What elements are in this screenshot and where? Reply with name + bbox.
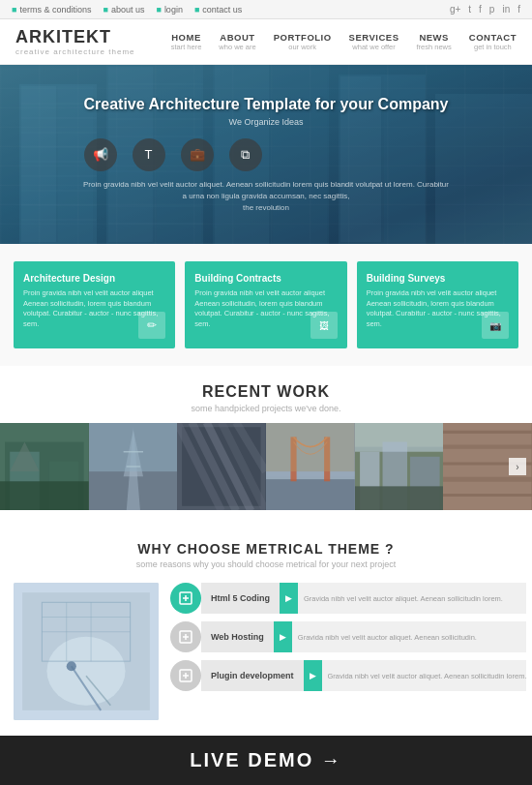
svg-point-81 xyxy=(67,661,76,671)
nav-services[interactable]: SERVICES what we offer xyxy=(349,32,399,51)
nav-news[interactable]: NEWS fresh news xyxy=(416,32,451,51)
why-item-0: Html 5 Coding ▶ Gravida nibh vel velit a… xyxy=(170,583,526,614)
logo: ARKITEKT creative architecture theme xyxy=(15,27,135,56)
portfolio-item-3[interactable] xyxy=(177,423,266,510)
svg-point-74 xyxy=(46,637,125,706)
logo-subtitle: creative architecture theme xyxy=(15,47,135,56)
why-item-bar-text-1: Gravida nibh vel velit auctor aliquet. A… xyxy=(298,633,477,642)
about-link[interactable]: ■ about us xyxy=(103,5,144,15)
nav-about[interactable]: ABOUT who we are xyxy=(219,32,255,51)
feature-title-0: Architecture Design xyxy=(23,273,165,284)
why-item-bar-2: Gravida nibh vel velit auctor aliquet. A… xyxy=(322,660,527,691)
why-item-1: Web Hosting ▶ Gravida nibh vel velit auc… xyxy=(170,621,526,652)
why-content: Html 5 Coding ▶ Gravida nibh vel velit a… xyxy=(14,583,518,720)
feature-title-2: Building Surveys xyxy=(367,273,509,284)
why-item-bar-0: Gravida nibh vel velit auctor aliquet. A… xyxy=(298,583,526,614)
nav-contact[interactable]: CONTACT get in touch xyxy=(469,32,517,51)
svg-rect-64 xyxy=(355,423,444,452)
portfolio-item-2[interactable] xyxy=(89,423,178,510)
portfolio-item-5[interactable] xyxy=(355,423,444,510)
why-title: WHY CHOOSE METRICAL THEME ? xyxy=(14,541,518,557)
why-sub: some reasons why you should choose metri… xyxy=(14,559,518,569)
svg-rect-53 xyxy=(266,471,355,479)
hero-subtitle: We Organize Ideas xyxy=(84,117,449,127)
why-item-arrow-0: ▶ xyxy=(280,583,298,614)
why-item-content-0: Html 5 Coding ▶ Gravida nibh vel velit a… xyxy=(201,583,526,614)
hero-copy-icon[interactable]: ⧉ xyxy=(229,138,262,171)
google-plus-icon[interactable]: g+ xyxy=(450,4,460,15)
why-item-content-1: Web Hosting ▶ Gravida nibh vel velit auc… xyxy=(201,621,526,652)
feature-card-architecture: Architecture Design Proin gravida nibh v… xyxy=(14,261,175,348)
social-icons: g+ t f p in f xyxy=(450,4,520,15)
why-item-2: Plugin development ▶ Gravida nibh vel ve… xyxy=(170,660,526,691)
pinterest-icon[interactable]: p xyxy=(489,4,495,15)
why-item-content-2: Plugin development ▶ Gravida nibh vel ve… xyxy=(201,660,526,691)
portfolio-item-4[interactable] xyxy=(266,423,355,510)
header: ARKITEKT creative architecture theme HOM… xyxy=(0,19,532,65)
feature-icon-2: 📷 xyxy=(482,312,509,339)
contact-link[interactable]: ■ contact us xyxy=(194,5,242,15)
top-bar-links: ■ terms & conditions ■ about us ■ login … xyxy=(12,5,242,15)
svg-rect-1 xyxy=(21,86,56,242)
why-item-arrow-2: ▶ xyxy=(304,660,322,691)
recent-work-section: RECENT WORK some handpicked projects we'… xyxy=(0,366,532,522)
linkedin-icon[interactable]: in xyxy=(502,4,510,15)
why-item-icon-1 xyxy=(170,621,201,652)
portfolio-grid: › xyxy=(0,423,532,510)
why-item-arrow-1: ▶ xyxy=(274,621,292,652)
recent-work-sub: some handpicked projects we've done. xyxy=(0,404,532,413)
hero-text-icon[interactable]: T xyxy=(133,138,165,171)
feature-icon-0: ✏ xyxy=(138,312,165,339)
hero-icon-row: 📢 T 💼 ⧉ xyxy=(84,138,449,171)
nav-home[interactable]: HOME start here xyxy=(171,32,202,51)
why-item-icon-2 xyxy=(170,660,201,691)
why-item-label-1: Web Hosting xyxy=(201,621,274,652)
why-items-list: Html 5 Coding ▶ Gravida nibh vel velit a… xyxy=(170,583,526,720)
why-item-bar-text-0: Gravida nibh vel velit auctor aliquet. A… xyxy=(304,594,503,603)
feature-cards: Architecture Design Proin gravida nibh v… xyxy=(0,244,532,366)
why-item-bar-text-2: Gravida nibh vel velit auctor aliquet. A… xyxy=(328,672,527,680)
why-header: WHY CHOOSE METRICAL THEME ? some reasons… xyxy=(14,541,518,569)
hero-description: Proin gravida nibh vel velit auctor aliq… xyxy=(83,179,449,214)
why-item-bar-1: Gravida nibh vel velit auctor aliquet. A… xyxy=(292,621,527,652)
svg-rect-63 xyxy=(355,486,444,510)
hero-title: Creative Architecture Template for your … xyxy=(84,96,449,113)
feature-title-1: Building Contracts xyxy=(194,273,337,284)
svg-rect-54 xyxy=(266,479,355,510)
svg-rect-35 xyxy=(0,481,89,510)
terms-link[interactable]: ■ terms & conditions xyxy=(12,5,91,15)
hero-briefcase-icon[interactable]: 💼 xyxy=(181,138,214,171)
portfolio-next-button[interactable]: › xyxy=(509,458,526,475)
logo-title: ARKITEKT xyxy=(15,27,135,47)
live-demo-button[interactable]: LIVE DEMO → xyxy=(0,736,532,785)
feature-icon-1: 🖼 xyxy=(310,312,338,339)
live-demo-label: LIVE DEMO → xyxy=(14,749,518,771)
twitter-icon[interactable]: t xyxy=(468,4,471,15)
facebook-icon[interactable]: f xyxy=(479,4,482,15)
why-image xyxy=(14,583,159,720)
portfolio-item-1[interactable] xyxy=(0,423,89,510)
hero-megaphone-icon[interactable]: 📢 xyxy=(84,138,117,171)
feature-card-contracts: Building Contracts Proin gravida nibh ve… xyxy=(185,261,346,348)
why-section: WHY CHOOSE METRICAL THEME ? some reasons… xyxy=(0,522,532,736)
nav-portfolio[interactable]: PORTFOLIO our work xyxy=(274,32,332,51)
main-nav: HOME start here ABOUT who we are PORTFOL… xyxy=(171,32,517,51)
facebook2-icon[interactable]: f xyxy=(517,4,520,15)
why-item-icon-0 xyxy=(170,583,201,614)
hero-content: Creative Architecture Template for your … xyxy=(84,96,449,171)
login-link[interactable]: ■ login xyxy=(156,5,182,15)
svg-rect-57 xyxy=(266,423,355,471)
feature-card-surveys: Building Surveys Proin gravida nibh vel … xyxy=(357,261,518,348)
why-item-label-0: Html 5 Coding xyxy=(201,583,280,614)
hero-section: Creative Architecture Template for your … xyxy=(0,65,532,244)
recent-work-title: RECENT WORK xyxy=(0,383,532,401)
svg-rect-43 xyxy=(89,423,178,471)
svg-rect-30 xyxy=(435,94,532,244)
top-bar: ■ terms & conditions ■ about us ■ login … xyxy=(0,0,532,19)
why-item-label-2: Plugin development xyxy=(201,660,304,691)
